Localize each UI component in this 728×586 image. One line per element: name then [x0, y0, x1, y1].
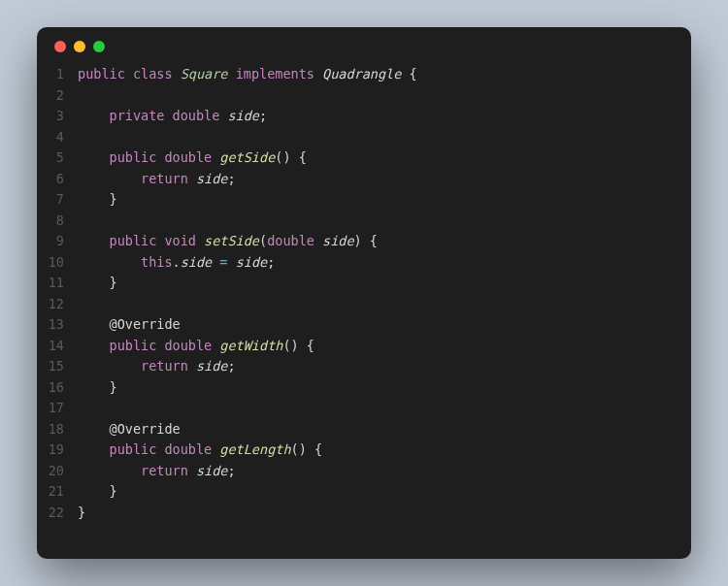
line-number: 22 — [37, 503, 78, 524]
code-line: 13 @Override — [37, 314, 691, 336]
line-number: 16 — [37, 377, 78, 399]
code-line: 9 public void setSide(double side) { — [37, 231, 691, 252]
code-content — [78, 211, 691, 232]
code-line: 12 — [37, 294, 691, 315]
code-line: 2 — [37, 85, 691, 107]
line-number: 2 — [37, 85, 78, 107]
code-line: 19 public double getLength() { — [37, 440, 691, 461]
code-content: @Override — [78, 314, 691, 336]
code-content: } — [78, 503, 691, 524]
line-number: 9 — [37, 231, 78, 252]
code-line: 14 public double getWidth() { — [37, 336, 691, 357]
code-content — [78, 85, 691, 107]
line-number: 3 — [37, 106, 78, 127]
code-content: return side; — [78, 356, 691, 377]
code-content: public double getLength() { — [78, 440, 691, 461]
code-content: } — [78, 481, 691, 503]
code-line: 8 — [37, 211, 691, 232]
code-line: 4 — [37, 127, 691, 148]
line-number: 1 — [37, 64, 78, 85]
code-content — [78, 127, 691, 148]
line-number: 18 — [37, 419, 78, 440]
code-content: return side; — [78, 461, 691, 482]
zoom-icon[interactable] — [93, 41, 105, 52]
code-line: 18 @Override — [37, 419, 691, 440]
code-content: private double side; — [78, 106, 691, 127]
code-content: public double getWidth() { — [78, 336, 691, 357]
line-number: 14 — [37, 336, 78, 357]
code-line: 1public class Square implements Quadrang… — [37, 64, 691, 85]
code-window: 1public class Square implements Quadrang… — [37, 27, 691, 559]
code-line: 7 } — [37, 189, 691, 211]
code-line: 11 } — [37, 273, 691, 294]
line-number: 10 — [37, 252, 78, 274]
code-line: 21 } — [37, 481, 691, 503]
line-number: 12 — [37, 294, 78, 315]
line-number: 11 — [37, 273, 78, 294]
code-content: public void setSide(double side) { — [78, 231, 691, 252]
line-number: 6 — [37, 169, 78, 190]
code-line: 17 — [37, 398, 691, 419]
code-line: 20 return side; — [37, 461, 691, 482]
line-number: 21 — [37, 481, 78, 503]
line-number: 4 — [37, 127, 78, 148]
code-line: 16 } — [37, 377, 691, 399]
code-content: } — [78, 189, 691, 211]
code-content: this.side = side; — [78, 252, 691, 274]
minimize-icon[interactable] — [74, 41, 85, 52]
code-line: 6 return side; — [37, 169, 691, 190]
code-editor[interactable]: 1public class Square implements Quadrang… — [37, 56, 691, 559]
line-number: 15 — [37, 356, 78, 377]
code-line: 5 public double getSide() { — [37, 147, 691, 169]
code-content: public class Square implements Quadrangl… — [78, 64, 691, 85]
close-icon[interactable] — [54, 41, 66, 52]
line-number: 5 — [37, 147, 78, 169]
code-content: } — [78, 273, 691, 294]
code-content: public double getSide() { — [78, 147, 691, 169]
code-content — [78, 294, 691, 315]
titlebar — [37, 27, 691, 56]
line-number: 17 — [37, 398, 78, 419]
code-line: 15 return side; — [37, 356, 691, 377]
code-content: } — [78, 377, 691, 399]
line-number: 8 — [37, 211, 78, 232]
code-line: 22} — [37, 503, 691, 524]
code-line: 10 this.side = side; — [37, 252, 691, 274]
line-number: 13 — [37, 314, 78, 336]
code-line: 3 private double side; — [37, 106, 691, 127]
code-content — [78, 398, 691, 419]
line-number: 7 — [37, 189, 78, 211]
code-content: @Override — [78, 419, 691, 440]
line-number: 19 — [37, 440, 78, 461]
code-content: return side; — [78, 169, 691, 190]
line-number: 20 — [37, 461, 78, 482]
